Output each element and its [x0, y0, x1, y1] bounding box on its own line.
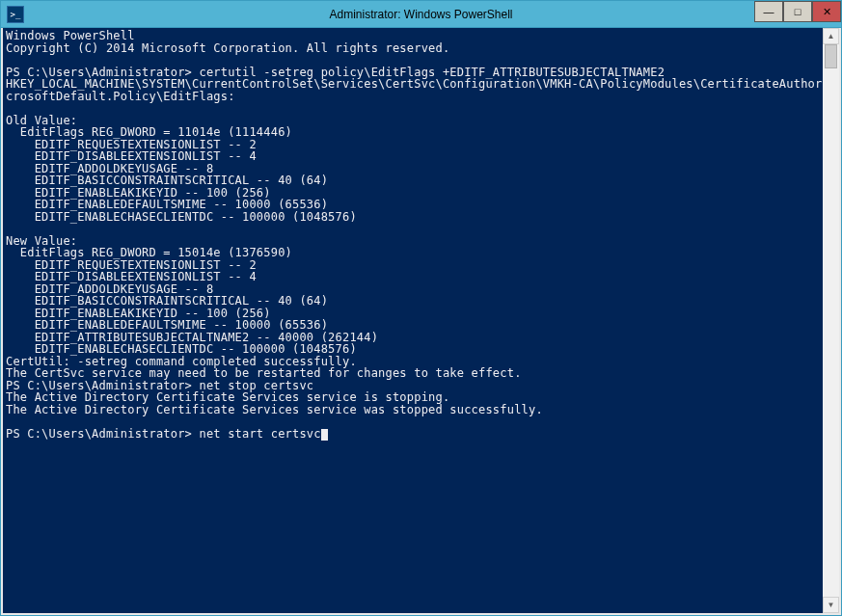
line: The Active Directory Certificate Service…: [6, 403, 543, 416]
scroll-up-button[interactable]: ▲: [823, 28, 839, 44]
window-title: Administrator: Windows PowerShell: [329, 8, 512, 21]
minimize-button[interactable]: —: [754, 1, 783, 22]
line: EDITF_ENABLECHASECLIENTDC -- 100000 (104…: [6, 210, 357, 224]
scroll-track[interactable]: [823, 44, 839, 597]
titlebar[interactable]: >_ Administrator: Windows PowerShell — □…: [1, 1, 841, 28]
window-controls: — □ ✕: [754, 1, 841, 22]
line: crosoftDefault.Policy\EditFlags:: [6, 90, 235, 103]
powershell-icon: >_: [7, 6, 24, 23]
line: Copyright (C) 2014 Microsoft Corporation…: [6, 41, 449, 55]
scroll-thumb[interactable]: [825, 44, 837, 68]
powershell-window: >_ Administrator: Windows PowerShell — □…: [0, 0, 842, 616]
scroll-down-button[interactable]: ▼: [823, 597, 839, 613]
terminal-container: Windows PowerShell Copyright (C) 2014 Mi…: [1, 28, 841, 615]
cursor: [321, 429, 328, 441]
vertical-scrollbar[interactable]: ▲ ▼: [823, 28, 839, 613]
terminal-output[interactable]: Windows PowerShell Copyright (C) 2014 Mi…: [3, 28, 823, 613]
line: PS C:\Users\Administrator> net start cer…: [6, 427, 321, 441]
maximize-button[interactable]: □: [783, 1, 812, 22]
close-button[interactable]: ✕: [812, 1, 841, 22]
icon-glyph: >_: [11, 10, 21, 19]
